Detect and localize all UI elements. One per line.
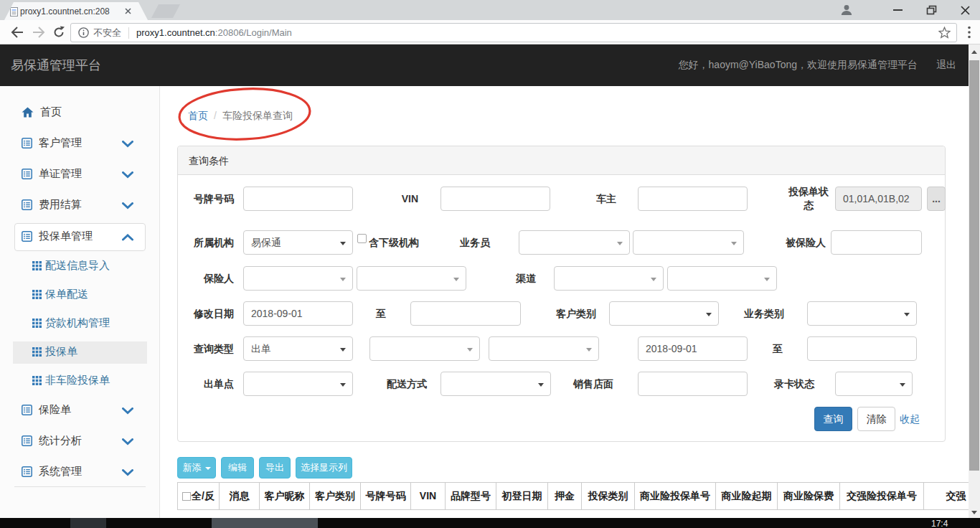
column-header: 客户类别 <box>310 483 361 509</box>
status-value-input: 01,01A,01B,02 <box>835 187 922 211</box>
add-button[interactable]: 新添 <box>177 457 216 478</box>
column-header-select-all[interactable]: 全/反 <box>178 483 220 509</box>
edit-button[interactable]: 编辑 <box>221 457 254 478</box>
forward-button[interactable] <box>30 24 47 41</box>
export-button[interactable]: 导出 <box>259 457 291 478</box>
vin-label: VIN <box>375 187 418 211</box>
column-header: 商业险投保单号 <box>635 483 716 509</box>
choose-columns-button[interactable]: 选择显示列 <box>296 457 352 478</box>
include-sub-checkbox[interactable] <box>357 234 367 243</box>
vin-input[interactable] <box>440 187 550 211</box>
sidebar-item-statistics[interactable]: 统计分析 <box>22 434 82 448</box>
select-all-checkbox[interactable] <box>182 492 191 501</box>
tab-close-icon[interactable] <box>125 8 131 14</box>
page-scrollbar[interactable] <box>969 44 980 518</box>
query-sub-select-1[interactable] <box>369 336 480 361</box>
search-button[interactable]: 查询 <box>814 407 852 431</box>
insurer-select-1[interactable] <box>243 266 353 291</box>
bookmark-star-icon[interactable] <box>938 27 951 39</box>
profile-icon[interactable] <box>836 0 857 20</box>
plate-input[interactable] <box>243 187 353 211</box>
channel-select-1[interactable] <box>554 266 664 291</box>
sidebar-item-label: 单证管理 <box>39 167 82 181</box>
sidebar-item-customer-mgmt[interactable]: 客户管理 <box>22 136 82 150</box>
outlet-select[interactable] <box>243 372 353 396</box>
owner-label: 车主 <box>573 187 616 211</box>
sidebar-item-policy-delivery[interactable]: 保单配送 <box>32 288 88 301</box>
customer-type-select[interactable] <box>609 301 719 326</box>
back-button[interactable] <box>9 24 26 41</box>
chevron-down-icon <box>651 278 656 281</box>
salesman-select-2[interactable] <box>633 230 744 255</box>
sidebar-item-label: 首页 <box>40 105 62 119</box>
browser-tab[interactable]: proxy1.countnet.cn:208 <box>4 2 148 20</box>
sidebar-item-home[interactable]: 首页 <box>22 105 62 119</box>
sidebar-item-label: 投保单 <box>45 345 77 359</box>
breadcrumb: 首页/车险投保单查询 <box>188 110 293 123</box>
sidebar-item-insurance-policy[interactable]: 保险单 <box>22 403 71 417</box>
breadcrumb-home-link[interactable]: 首页 <box>188 110 208 121</box>
include-sub-label: 含下级机构 <box>369 230 423 255</box>
sidebar-item-fee-settlement[interactable]: 费用结算 <box>22 198 82 212</box>
sidebar-item-system-mgmt[interactable]: 系统管理 <box>22 465 82 478</box>
org-select[interactable]: 易保通 <box>243 230 353 255</box>
issue-date-to-input[interactable] <box>807 336 917 361</box>
column-header: 消息 <box>220 483 260 509</box>
scrollbar-thumb[interactable] <box>969 60 979 471</box>
insurer-select-2[interactable] <box>357 266 466 291</box>
chevron-down-icon <box>340 242 346 245</box>
restore-button[interactable] <box>920 0 942 20</box>
sidebar-item-delivery-import[interactable]: 配送信息导入 <box>32 259 110 273</box>
modified-date-to-input[interactable] <box>410 301 521 326</box>
sidebar-item-loan-org-mgmt[interactable]: 贷款机构管理 <box>32 316 110 330</box>
breadcrumb-current: 车险投保单查询 <box>222 110 293 121</box>
query-sub-select-2[interactable] <box>489 336 599 361</box>
query-type-select[interactable]: 出单 <box>243 336 353 361</box>
grid-icon <box>32 319 42 328</box>
column-header: 交强险投保单号 <box>840 483 924 509</box>
sidebar-item-non-auto-policy[interactable]: 非车险投保单 <box>32 374 110 387</box>
delivery-select[interactable] <box>440 372 551 396</box>
scroll-up-arrow[interactable] <box>971 50 977 54</box>
sidebar-item-policy-application[interactable]: 投保单 <box>32 345 77 359</box>
column-header: 初登日期 <box>496 483 548 509</box>
business-type-select[interactable] <box>807 301 917 326</box>
channel-select-2[interactable] <box>667 266 777 291</box>
scroll-down-arrow[interactable] <box>971 511 977 514</box>
sidebar-item-policy-app-mgmt[interactable]: 投保单管理 <box>22 230 93 243</box>
sidebar-item-label: 客户管理 <box>39 136 82 150</box>
taskbar-clock: 17:4 <box>931 519 948 528</box>
insured-input[interactable] <box>831 230 922 255</box>
column-header-clipped: 交强 <box>924 483 969 509</box>
sidebar-item-document-mgmt[interactable]: 单证管理 <box>22 167 82 181</box>
collapse-link[interactable]: 收起 <box>900 407 920 431</box>
tab-title: proxy1.countnet.cn:208 <box>20 6 121 16</box>
clear-button[interactable]: 清除 <box>857 407 895 431</box>
status-more-button[interactable]: ... <box>927 187 946 211</box>
info-icon <box>78 27 89 38</box>
minimize-button[interactable] <box>887 0 908 20</box>
browser-menu-icon[interactable] <box>961 24 977 41</box>
delivery-label: 配送方式 <box>387 372 427 396</box>
new-tab-button[interactable] <box>151 4 180 18</box>
taskbar-button[interactable] <box>212 518 318 528</box>
user-greeting: 您好，haoym@YiBaoTong，欢迎使用易保通管理平台 <box>679 59 918 72</box>
modified-date-from-input[interactable]: 2018-09-01 <box>243 301 353 326</box>
screen: proxy1.countnet.cn:208 <box>0 0 980 528</box>
window-close-icon[interactable] <box>954 0 976 20</box>
reload-button[interactable] <box>50 24 67 41</box>
chevron-down-icon <box>122 171 133 179</box>
taskbar-button[interactable] <box>70 518 106 528</box>
issue-date-from-input[interactable]: 2018-09-01 <box>638 336 748 361</box>
salesman-select-1[interactable] <box>519 230 630 255</box>
store-input[interactable] <box>638 372 748 396</box>
url-bar[interactable]: 不安全 proxy1.countnet.cn :20806/Login/Main <box>70 23 957 42</box>
logout-link[interactable]: 退出 <box>936 59 956 72</box>
chevron-down-icon <box>706 313 712 316</box>
caret-down-icon <box>205 467 211 470</box>
chevron-down-icon <box>764 278 770 281</box>
sidebar-item-label: 费用结算 <box>39 198 82 212</box>
card-status-select[interactable] <box>835 372 913 396</box>
grid-icon <box>32 261 42 270</box>
owner-input[interactable] <box>638 187 748 211</box>
